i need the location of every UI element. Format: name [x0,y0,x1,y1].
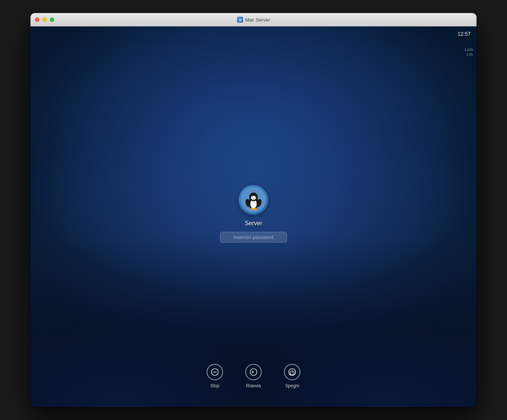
user-name: Server [245,220,262,227]
screen-content: 12:57 1.2701.21 [30,26,477,407]
svg-point-7 [252,196,253,197]
penguin-icon [241,187,266,213]
stop-button[interactable]: Stop [207,364,223,388]
traffic-lights [35,17,54,22]
stop-icon [207,364,223,380]
load-display: 1.2701.21 [464,48,473,56]
maximize-button[interactable] [50,17,54,22]
window-title-text: Mac Server [245,17,270,23]
main-window: 🖥 Mac Server 12:57 1.2701.21 [30,13,477,407]
svg-point-8 [255,196,255,197]
restart-icon [245,364,262,380]
user-avatar [239,185,268,215]
stop-label: Stop [210,383,220,388]
restart-button[interactable]: Riavvia [245,364,262,388]
close-button[interactable] [35,17,39,22]
power-icon [284,364,300,380]
window-icon: 🖥 [237,17,243,23]
minimize-button[interactable] [42,17,47,22]
time-display: 12:57 [458,31,471,37]
bottom-controls: Stop Riavvia [207,364,300,388]
shutdown-label: Spegni [285,383,299,388]
restart-label: Riavvia [246,383,261,388]
login-container: Server [220,185,287,243]
window-title: 🖥 Mac Server [237,17,270,23]
password-input[interactable] [220,232,287,243]
load-text: 1.2701.21 [464,48,473,56]
svg-marker-16 [252,371,254,373]
titlebar: 🖥 Mac Server [30,13,477,26]
shutdown-button[interactable]: Spegni [284,364,300,388]
